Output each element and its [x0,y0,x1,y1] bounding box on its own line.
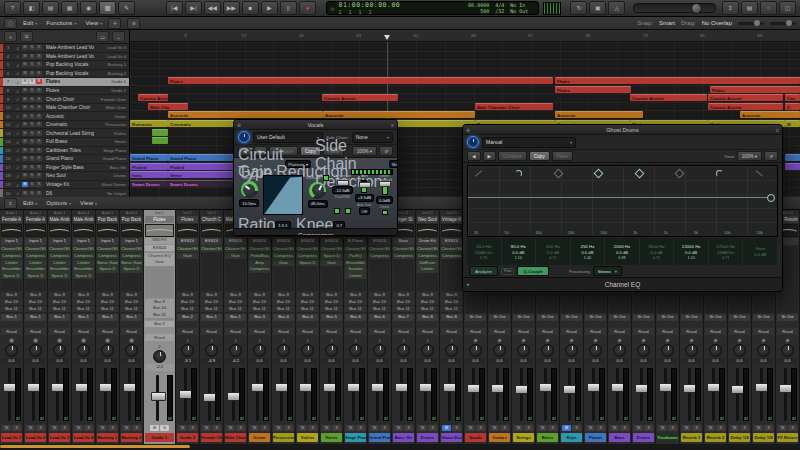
volume-value[interactable]: 0.0 [561,358,582,365]
strip-mute-button[interactable]: M [538,425,547,431]
track-record-button[interactable]: R [36,173,42,178]
strip-track-label[interactable]: Keys [561,433,582,442]
output-slot[interactable]: Bus 1 [97,314,118,321]
audio-fx-slot[interactable]: Compress [121,253,142,259]
track-name[interactable]: Caribbean Tides [44,148,94,153]
strip-solo-button[interactable]: S [308,425,317,431]
audio-fx-slot[interactable]: Compress [1,253,22,259]
volume-value[interactable]: 0.0 [297,358,318,365]
auto-release-button[interactable] [323,175,329,181]
track-mute-button[interactable]: M [22,62,28,67]
strip-track-label[interactable]: Strings [513,433,534,442]
strip-track-label[interactable]: Percussion [273,433,294,442]
strip-name[interactable]: Female A [1,216,22,223]
browsers-icon[interactable]: ◫ [779,1,796,15]
audio-fx-slot[interactable]: Noise Gate [97,260,118,266]
track-name[interactable]: Pop Backing Vocals [44,62,94,67]
volume-value[interactable]: 0.0 [345,358,366,365]
automation-mode-slot[interactable]: Read [297,328,318,335]
strip-name[interactable]: Church C [201,216,222,223]
band-q[interactable]: 0.98 [618,256,625,260]
strip-mute-button[interactable]: M [754,425,763,431]
send-slot[interactable]: Bus 10 [321,299,342,305]
automation-mode-slot[interactable]: Read [585,328,606,335]
output-slot[interactable]: St Out [585,314,606,321]
list-editors-icon[interactable]: ≡ [722,1,739,15]
lcd-mode-icon[interactable]: ⊙ [331,5,335,12]
track-name[interactable]: Male Ambient Lead Vocal [44,54,94,59]
send-slot[interactable]: Bus 11 [249,306,270,312]
group-slot[interactable] [145,328,174,333]
group-slot[interactable] [705,322,726,327]
send-slot[interactable]: Bus 9 [417,292,438,298]
channel-strip[interactable]: Audio 3Male AmbInput 1Channel EQCompress… [48,210,72,444]
send-slot[interactable]: Bus 9 [225,292,246,298]
volume-value[interactable]: 0.0 [321,358,342,365]
track-mute-button[interactable]: M [22,182,28,187]
plugin-power-button[interactable] [238,131,250,143]
track-record-button[interactable]: R [36,191,42,196]
strip-eq-thumbnail[interactable] [441,224,462,237]
audio-fx-slot[interactable]: Channel EQ [121,246,142,252]
automation-mode-slot[interactable]: Read [25,328,46,335]
strip-track-label[interactable]: Stage Piano [345,433,366,442]
audio-fx-slot[interactable]: Channel EQ [345,246,366,252]
automation-mode-slot[interactable]: Read [345,328,366,335]
track-name[interactable]: Orchestral Lead Strings [44,131,94,136]
strip-solo-button[interactable]: S [476,425,485,431]
automation-mode-slot[interactable]: Read [225,328,246,335]
release-value[interactable]: 48.0ms [308,200,328,208]
strip-mute-button[interactable]: M [298,425,307,431]
output-slot[interactable]: Bus 1 [201,314,222,321]
region[interactable] [785,163,800,170]
region[interactable]: Male Chamber Choir [475,103,553,110]
track-solo-button[interactable]: S [29,173,35,178]
strip-mute-button[interactable]: M [778,425,787,431]
slider-thumb[interactable] [337,180,349,186]
plugin-link-icon[interactable]: ≡ [776,127,779,133]
strip-mute-button[interactable]: M [514,425,523,431]
pan-knob[interactable] [373,344,386,357]
send-slot[interactable]: Bus 11 [25,306,46,312]
group-slot[interactable] [97,322,118,327]
send-slot[interactable]: Bus 9 [321,292,342,298]
automation-mode-slot[interactable]: Read [489,328,510,335]
strip-solo-button[interactable]: S [692,425,701,431]
automation-mode-slot[interactable]: Read [705,328,726,335]
detection-menu[interactable]: Max ▾ [389,160,398,168]
lcd-tempo-sub[interactable]: 500 [468,8,489,14]
band-gain[interactable]: 24dB/Oct [475,250,492,255]
automation-mode-slot[interactable]: Read [369,328,390,335]
group-slot[interactable] [321,322,342,327]
strip-name[interactable]: Pop Back [97,216,118,223]
plugin-power-button[interactable] [467,136,479,148]
track-solo-button[interactable]: S [29,88,35,93]
region[interactable]: Acoustic [740,111,800,118]
track-record-button[interactable]: R [36,182,42,187]
audio-fx-slot[interactable]: Gain [225,253,246,259]
track-mute-button[interactable]: M [22,79,28,84]
group-slot[interactable] [753,322,774,327]
track-name[interactable]: Male Chamber Choir [44,105,94,110]
track-record-button[interactable]: R [36,79,42,84]
strip-solo-button[interactable]: S [84,425,93,431]
compressor-title-bar[interactable]: ⊗ Vocals ≡ [234,120,397,130]
track-record-button[interactable]: R [36,139,42,144]
record-button[interactable]: ● [299,1,316,15]
volume-value[interactable]: 0.0 [753,358,774,365]
send-slot[interactable]: Bus 9 [145,299,174,305]
region[interactable]: Cosmic Ascent [322,94,398,101]
track-record-button[interactable]: R [36,71,42,76]
audio-fx-slot[interactable]: Channel EQ [393,246,414,252]
link-button[interactable]: ↺ [764,151,778,161]
audio-fx-slot[interactable]: Ensemble [1,266,22,272]
band-q[interactable]: 0.71 [549,256,556,260]
send-slot[interactable]: Bus 9 [49,292,70,298]
group-slot[interactable] [465,322,486,327]
fader-track[interactable] [592,368,595,421]
volume-value[interactable]: 0.0 [121,358,142,365]
send-slot[interactable]: Bus 10 [49,299,70,305]
band-frequency[interactable]: 3500 Hz [648,244,664,249]
audio-fx-slot[interactable]: Channel EQ [441,246,462,252]
audio-fx-slot[interactable]: Channel EQ [297,246,318,252]
